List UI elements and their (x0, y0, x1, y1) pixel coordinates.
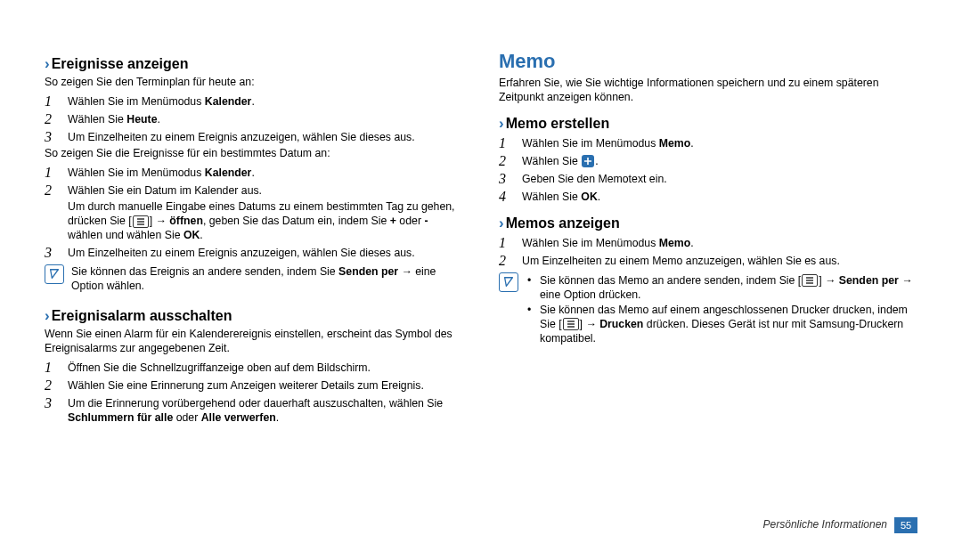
chevron-right-icon: › (499, 215, 504, 231)
step-number: 1 (45, 165, 68, 181)
footer-section-label: Persönliche Informationen (763, 518, 887, 532)
step: 1 Öffnen Sie die Schnellzugriffanzeige o… (45, 360, 463, 376)
step: 3 Um Einzelheiten zu einem Ereignis anzu… (45, 129, 463, 145)
step-number: 2 (45, 377, 68, 394)
step-text: Um die Erinnerung vorübergehend oder dau… (68, 395, 463, 426)
step-text: Wählen Sie im Menümodus Kalender. (68, 93, 463, 110)
steps-today: 1 Wählen Sie im Menümodus Kalender. 2 Wä… (45, 93, 463, 145)
step: 2 Wählen Sie eine Erinnerung zum Anzeige… (45, 377, 463, 394)
step-text: Geben Sie den Memotext ein. (522, 171, 917, 187)
heading-ereignisse-anzeigen: ›Ereignisse anzeigen (45, 54, 463, 74)
step: 2 Wählen Sie ein Datum im Kalender aus. … (45, 183, 463, 243)
steps-alarm: 1 Öffnen Sie die Schnellzugriffanzeige o… (45, 360, 463, 426)
step: 1 Wählen Sie im Menümodus Memo. (499, 235, 917, 251)
step-number: 3 (45, 245, 68, 261)
step-number: 3 (45, 395, 68, 411)
page-footer: Persönliche Informationen 55 (45, 517, 917, 533)
page-number: 55 (894, 517, 917, 533)
step-text: Wählen Sie im Menümodus Kalender. (68, 165, 463, 181)
step: 1 Wählen Sie im Menümodus Kalender. (45, 165, 463, 181)
step-number: 2 (45, 111, 68, 127)
step-text: Wählen Sie im Menümodus Memo. (522, 135, 917, 151)
bullet-dot: • (526, 304, 540, 318)
step-number: 3 (499, 171, 522, 187)
left-column: ›Ereignisse anzeigen So zeigen Sie den T… (45, 49, 463, 512)
bullet-dot: • (526, 274, 540, 288)
step-text: Wählen Sie eine Erinnerung zum Anzeigen … (68, 377, 463, 394)
steps-memo-view: 1 Wählen Sie im Menümodus Memo. 2 Um Ein… (499, 235, 917, 269)
steps-date: 1 Wählen Sie im Menümodus Kalender. 2 Wä… (45, 165, 463, 261)
step: 2 Wählen Sie . (499, 153, 917, 169)
menu-icon (802, 274, 818, 287)
step: 2 Um Einzelheiten zu einem Memo anzuzeig… (499, 253, 917, 269)
step-text: Wählen Sie im Menümodus Memo. (522, 235, 917, 251)
heading-text: Memos anzeigen (506, 215, 620, 231)
plus-icon (582, 155, 594, 167)
step: 3 Geben Sie den Memotext ein. (499, 171, 917, 187)
step-text: Um Einzelheiten zu einem Memo anzuzeigen… (522, 253, 917, 269)
chevron-right-icon: › (45, 55, 50, 72)
step-text: Um Einzelheiten zu einem Ereignis anzuze… (68, 129, 463, 145)
step: 1 Wählen Sie im Menümodus Kalender. (45, 93, 463, 110)
heading-memo-erstellen: ›Memo erstellen (499, 114, 917, 134)
step-number: 1 (45, 360, 68, 376)
step-text: Öffnen Sie die Schnellzugriffanzeige obe… (68, 360, 463, 376)
note-icon (499, 272, 518, 292)
note-block: • Sie können das Memo an andere senden, … (499, 272, 917, 347)
heading-memo: Memo (499, 49, 917, 75)
note-text: • Sie können das Memo an andere senden, … (526, 272, 917, 347)
heading-ereignisalarm: ›Ereignisalarm ausschalten (45, 306, 463, 326)
intro-text: Wenn Sie einen Alarm für ein Kalenderere… (45, 328, 463, 356)
step-number: 1 (499, 135, 522, 151)
bullet-item: • Sie können das Memo an andere senden, … (526, 274, 917, 303)
chevron-right-icon: › (45, 307, 50, 324)
intro-text: So zeigen Sie den Terminplan für heute a… (45, 76, 463, 90)
menu-icon (133, 215, 149, 228)
step: 3 Um die Erinnerung vorübergehend oder d… (45, 395, 463, 426)
steps-memo-create: 1 Wählen Sie im Menümodus Memo. 2 Wählen… (499, 135, 917, 205)
intro-text: So zeigen Sie die Ereignisse für ein bes… (45, 147, 463, 161)
step-number: 2 (499, 253, 522, 269)
heading-text: Ereignisalarm ausschalten (52, 308, 232, 323)
step: 1 Wählen Sie im Menümodus Memo. (499, 135, 917, 151)
step-text: Wählen Sie . (522, 153, 917, 169)
heading-memos-anzeigen: ›Memos anzeigen (499, 214, 917, 233)
step-text: Wählen Sie ein Datum im Kalender aus. Um… (68, 183, 463, 243)
two-column-layout: ›Ereignisse anzeigen So zeigen Sie den T… (45, 49, 917, 512)
right-column: Memo Erfahren Sie, wie Sie wichtige Info… (499, 49, 917, 512)
step: 3 Um Einzelheiten zu einem Ereignis anzu… (45, 245, 463, 261)
bullet-item: • Sie können das Memo auf einem angeschl… (526, 304, 917, 346)
step-number: 1 (45, 93, 68, 110)
note-block: Sie können das Ereignis an andere senden… (45, 264, 463, 294)
step: 2 Wählen Sie Heute. (45, 111, 463, 127)
heading-text: Memo erstellen (506, 116, 609, 131)
step-number: 3 (45, 129, 68, 145)
chevron-right-icon: › (499, 115, 504, 132)
menu-icon (563, 318, 579, 330)
step-text: Wählen Sie Heute. (68, 111, 463, 127)
step-sub-note: Um durch manuelle Eingabe eines Datums z… (68, 200, 463, 243)
note-icon (45, 264, 64, 284)
intro-text: Erfahren Sie, wie Sie wichtige Informati… (499, 77, 917, 105)
note-bullets: • Sie können das Memo an andere senden, … (526, 274, 917, 346)
step-number: 4 (499, 189, 522, 205)
step-number: 1 (499, 235, 522, 251)
step-text: Um Einzelheiten zu einem Ereignis anzuze… (68, 245, 463, 261)
step-number: 2 (45, 183, 68, 199)
note-text: Sie können das Ereignis an andere senden… (71, 264, 463, 294)
step-number: 2 (499, 153, 522, 169)
heading-text: Ereignisse anzeigen (52, 56, 189, 71)
step-text: Wählen Sie OK. (522, 189, 917, 205)
step: 4 Wählen Sie OK. (499, 189, 917, 205)
